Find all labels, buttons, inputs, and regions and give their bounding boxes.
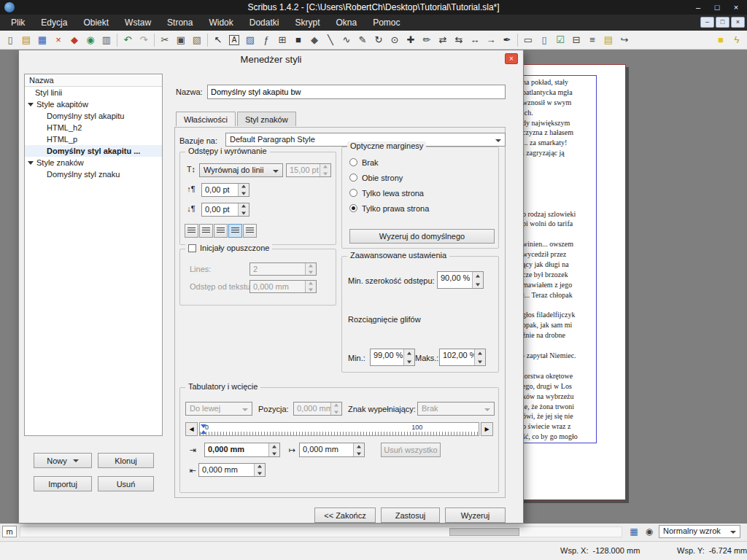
new-style-button[interactable]: Nowy — [34, 453, 92, 468]
close-button[interactable]: × — [727, 0, 746, 15]
select-item-icon[interactable]: ↖ — [210, 32, 226, 48]
drop-caps-checkbox[interactable] — [188, 244, 196, 252]
toolbar-separator[interactable] — [515, 32, 520, 48]
menu-edycja[interactable]: Edycja — [33, 15, 75, 31]
glyph-min-spinner[interactable]: 99,00 % — [370, 349, 415, 366]
save-document-icon[interactable]: ▦ — [34, 32, 50, 48]
tree-item-domyslny-styl-akapitu[interactable]: Domyślny styl akapitu — [25, 110, 162, 122]
apply-button[interactable]: Zastosuj — [381, 508, 440, 523]
unlink-text-frames-icon[interactable]: ⇆ — [451, 32, 467, 48]
insert-freehand-icon[interactable]: ✎ — [355, 32, 371, 48]
menu-strona[interactable]: Strona — [159, 15, 201, 31]
vision-icon[interactable]: ◉ — [643, 525, 656, 538]
pdf-list-box-icon[interactable]: ≡ — [584, 32, 600, 48]
insert-shape-icon[interactable]: ■ — [290, 32, 306, 48]
redo-icon[interactable]: ↷ — [136, 32, 152, 48]
open-document-icon[interactable]: ▤ — [18, 32, 34, 48]
maximize-button[interactable]: □ — [708, 0, 727, 15]
toolbar-separator[interactable] — [205, 32, 210, 48]
mdi-restore-button[interactable]: □ — [716, 17, 729, 28]
space-above-spinner[interactable]: 0,00 pt — [201, 183, 249, 197]
align-force-justify-button[interactable] — [243, 224, 257, 238]
export-pdf-icon[interactable]: ◆ — [66, 32, 82, 48]
delete-style-button[interactable]: Usuń — [98, 476, 154, 491]
align-center-button[interactable] — [199, 224, 213, 238]
menu-okna[interactable]: Okna — [328, 15, 365, 31]
ruler-scroll-right-button[interactable]: ▶ — [481, 422, 493, 436]
zoom-icon[interactable]: ⊙ — [387, 32, 403, 48]
tab-properties[interactable]: Właściwości — [176, 112, 236, 126]
pdf-combo-box-icon[interactable]: ⊟ — [568, 32, 584, 48]
link-annotation-icon[interactable]: ↪ — [616, 32, 632, 48]
tree-item-domyslny-styl-znaku[interactable]: Domyślny styl znaku — [25, 168, 162, 180]
ruler-scroll-left-button[interactable]: ◀ — [185, 422, 198, 436]
pdf-push-button-icon[interactable]: ▭ — [520, 32, 536, 48]
toolbar-spacer[interactable] — [632, 32, 713, 48]
menu-plik[interactable]: Plik — [3, 15, 33, 31]
tree-item-html-h2[interactable]: HTML_h2 — [25, 122, 162, 133]
undo-icon[interactable]: ↶ — [120, 32, 136, 48]
mdi-minimize-button[interactable]: – — [700, 17, 714, 28]
toolbar-separator[interactable] — [115, 32, 120, 48]
align-left-button[interactable] — [185, 224, 198, 238]
insert-bezier-icon[interactable]: ∿ — [338, 32, 355, 48]
eye-dropper-icon[interactable]: ✒ — [499, 32, 515, 48]
menu-pomoc[interactable]: Pomoc — [365, 15, 408, 31]
vision-mode-combo[interactable]: Normalny wzrok — [659, 525, 740, 538]
dialog-close-icon[interactable]: × — [505, 53, 518, 64]
reset-to-default-button[interactable]: Wyzeruj do domyślnego — [349, 229, 495, 244]
mdi-close-button[interactable]: × — [731, 17, 745, 28]
script-icon[interactable]: ϟ — [729, 32, 745, 48]
menu-dodatki[interactable]: Dodatki — [241, 15, 287, 31]
new-document-icon[interactable]: ▯ — [2, 32, 18, 48]
menu-skrypt[interactable]: Skrypt — [287, 15, 328, 31]
tab-ruler[interactable]: 0 100 — [199, 422, 479, 436]
style-name-input[interactable] — [207, 85, 506, 99]
tree-item-style-znakow[interactable]: Style znaków — [25, 157, 162, 168]
horizontal-scrollbar[interactable] — [20, 526, 622, 537]
rotate-item-icon[interactable]: ↻ — [371, 32, 387, 48]
story-editor-icon[interactable]: ✏ — [419, 32, 435, 48]
paste-icon[interactable]: ▧ — [189, 32, 205, 48]
menu-obiekt[interactable]: Obiekt — [75, 15, 117, 31]
text-annotation-icon[interactable]: ▤ — [600, 32, 616, 48]
scrollbar-thumb[interactable] — [449, 528, 519, 536]
tree-item-style-akapitow[interactable]: Style akapitów — [25, 98, 162, 110]
pdf-text-field-icon[interactable]: ▯ — [536, 32, 552, 48]
close-document-icon[interactable]: × — [50, 32, 66, 48]
tree-item-domyslny-styl-akapitu-bw[interactable]: Domyślny styl akapitu ... — [25, 145, 162, 157]
first-line-indent-spinner[interactable]: 0,000 mm — [299, 443, 365, 457]
print-document-icon[interactable]: ▥ — [98, 32, 115, 48]
edit-contents-icon[interactable]: ✚ — [403, 32, 419, 48]
import-style-button[interactable]: Importuj — [34, 476, 92, 491]
preflight-verifier-icon[interactable]: ◉ — [82, 32, 98, 48]
line-spacing-mode-combo[interactable]: Wyrównaj do linii — [199, 163, 283, 177]
space-below-spinner[interactable]: 0,00 pt — [201, 203, 249, 217]
copy-item-properties-icon[interactable]: → — [483, 32, 499, 48]
toolbar-separator[interactable] — [152, 32, 157, 48]
insert-line-icon[interactable]: ╲ — [322, 32, 338, 48]
insert-image-frame-icon[interactable]: ▨ — [242, 32, 258, 48]
tree-item-html-p[interactable]: HTML_p — [25, 133, 162, 145]
copy-icon[interactable]: ▣ — [173, 32, 189, 48]
menu-widok[interactable]: Widok — [201, 15, 241, 31]
glyph-max-spinner[interactable]: 102,00 % — [439, 349, 486, 366]
align-justify-button[interactable] — [228, 224, 242, 238]
right-indent-spinner[interactable]: 0,000 mm — [198, 463, 266, 477]
min-space-width-spinner[interactable]: 90,00 % — [437, 271, 484, 289]
left-indent-spinner[interactable]: 0,000 mm — [204, 443, 280, 457]
radio-tylko-prawa-strona[interactable]: Tylko prawa strona — [349, 203, 429, 214]
radio-obie-strony[interactable]: Obie strony — [349, 172, 429, 183]
insert-render-frame-icon[interactable]: ƒ — [258, 32, 274, 48]
clone-style-button[interactable]: Klonuj — [98, 453, 154, 468]
sticky-note-icon[interactable]: ■ — [713, 32, 729, 48]
insert-polygon-icon[interactable]: ◆ — [306, 32, 322, 48]
insert-text-frame-icon[interactable]: A — [226, 32, 242, 48]
reset-button[interactable]: Wyzeruj — [445, 508, 506, 523]
tab-character-style[interactable]: Styl znaków — [237, 112, 296, 126]
measurements-icon[interactable]: ↔ — [467, 32, 483, 48]
menu-wstaw[interactable]: Wstaw — [117, 15, 159, 31]
link-text-frames-icon[interactable]: ⇄ — [435, 32, 451, 48]
done-button[interactable]: << Zakończ — [314, 508, 376, 523]
preview-mode-icon[interactable]: ▦ — [627, 525, 640, 538]
